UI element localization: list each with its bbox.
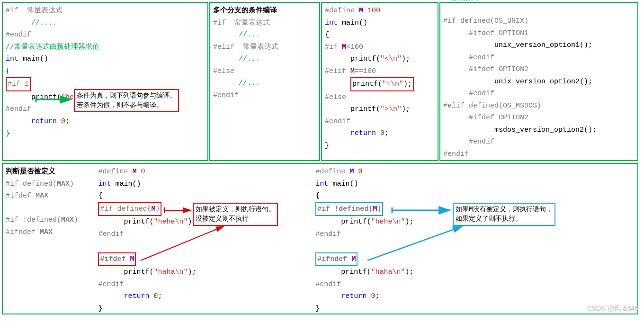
num: 0 (354, 168, 362, 176)
fn-main: main() (18, 55, 48, 63)
semi: ); (405, 218, 413, 226)
highlight-ifdef: #ifdef M (98, 252, 136, 267)
l: #ifdef OPTION2 (443, 65, 528, 73)
kw-return: return (325, 129, 376, 137)
highlight-if-1: #if 1 (6, 77, 31, 91)
macro-m: M (342, 43, 346, 51)
semi: ; (385, 129, 389, 137)
call-printf: printf( (325, 105, 380, 113)
string-lit: "hehe\n" (371, 218, 405, 226)
string-lit: "hehe\n" (153, 218, 188, 226)
brace: { (325, 31, 329, 39)
top-row: #if 常量表达式 //.... #endif //常量表达式由预处理器求值 i… (2, 2, 642, 161)
l: #ifndef MAX (6, 228, 53, 236)
brace: } (325, 142, 329, 150)
l: #ifdef OPTION2 (443, 114, 528, 122)
macro-m: M (130, 255, 134, 263)
semi: ); (402, 105, 410, 113)
t: ) (377, 205, 381, 213)
semi: ; (65, 117, 70, 126)
pp-define: #define (315, 168, 349, 176)
macro-m: M (350, 67, 355, 75)
title: 判断是否被定义 (6, 168, 55, 176)
call-printf: printf( (352, 80, 382, 88)
pp-endif: #endif (6, 105, 31, 113)
string-lit: "haha\n" (371, 268, 405, 276)
num: 0 (136, 168, 145, 176)
l: #ifdef MAX (6, 192, 48, 200)
l: #if defined(OS_UNIX) (443, 17, 528, 25)
text: #if 1 (8, 80, 29, 88)
call-printf: printf( (6, 93, 61, 101)
semi: ); (405, 268, 413, 276)
code-box-4: //嵌套指令 #if defined(OS_UNIX) #ifdef OPTIO… (439, 2, 638, 161)
call-printf: printf( (325, 55, 380, 63)
code-box-2: 多个分支的条件编译 #if 常量表达式 //... #elif 常量表达式 //… (209, 2, 320, 161)
kw-return: return (6, 117, 57, 126)
macro-m: M (351, 255, 356, 263)
l: #if defined(MAX) (6, 180, 74, 188)
title: 多个分支的条件编译 (213, 7, 277, 15)
code-block: #if 常量表达式 //.... #endif //常量表达式由预处理器求值 i… (6, 5, 205, 140)
tooltip-line: 如果定义了则不执行。 (456, 215, 522, 223)
pp-endif: #endif (315, 230, 341, 238)
call-printf: printf( (315, 268, 371, 276)
tooltip-box1: 条件为真，则下列语句参与编译。 若条件为假，则不参与编译。 (74, 89, 179, 112)
code-block: #define M 100 int main() { #if M<100 pri… (325, 5, 435, 152)
pp-define: #define (98, 168, 132, 176)
brace: } (315, 305, 320, 313)
call: msdos_version_option2(); (443, 126, 597, 134)
cond: <100 (346, 43, 363, 51)
num-0: 0 (376, 129, 385, 137)
t: #ifdef (100, 255, 130, 263)
string-lit: ">\n" (380, 105, 402, 113)
semi: ); (403, 80, 412, 88)
kw-int: int (6, 55, 18, 63)
pp-endif: #endif (213, 91, 239, 99)
pp-endif: #endif (98, 230, 124, 238)
semi: ; (375, 292, 379, 300)
code-block: 判断是否被定义 #if defined(MAX) #ifdef MAX #if … (6, 166, 93, 238)
fn-main: main() (328, 180, 358, 188)
string-lit: "<\n" (380, 55, 402, 63)
brace: { (98, 192, 102, 200)
l: #ifdef OPTION1 (443, 29, 528, 37)
kw-int: int (325, 19, 338, 27)
comment: //常量表达式由预处理器求值 (6, 43, 99, 51)
highlight-eq-branch: printf("=\n"); (350, 77, 414, 91)
l: #endif (443, 54, 494, 62)
tooltip-line: 条件为真，则下列语句参与编译。 (77, 92, 176, 99)
box4-title: //嵌套指令 (443, 0, 480, 4)
pp-if: #if 常量表达式 (6, 7, 63, 15)
num-0: 0 (57, 117, 65, 126)
call-printf: printf( (315, 218, 371, 226)
semi: ); (402, 55, 410, 63)
t: #if defined( (100, 205, 151, 213)
t: #if !defined( (317, 205, 373, 213)
call-printf: printf( (98, 268, 153, 276)
col-c: #define M 0 int main() { #if !defined(M)… (315, 166, 635, 312)
l: #elif defined(OS_MSDOS) (443, 102, 541, 110)
code-box-3: #define M 100 int main() { #if M<100 pri… (321, 2, 438, 161)
tooltip-line: 若条件为假，则不参与编译。 (77, 101, 163, 109)
col-a: 判断是否被定义 #if defined(MAX) #ifdef MAX #if … (6, 166, 98, 312)
tooltip-line: 如果M没有被定义，则执行语句， (456, 206, 552, 213)
pp-if: #if 常量表达式 (213, 19, 270, 27)
comment: //.... (6, 19, 57, 27)
num-0: 0 (367, 292, 375, 300)
pp-elif: #elif (325, 67, 350, 75)
semi: ; (158, 292, 162, 300)
tooltip-line: 没被定义则不执行 (196, 215, 249, 223)
pp-elif: #elif 常量表达式 (213, 43, 278, 51)
highlight-if-defined: #if defined(M) (98, 202, 161, 216)
t: #ifndef (317, 255, 351, 263)
l: #if !defined(MAX) (6, 216, 78, 224)
comment: //... (213, 55, 260, 63)
code-block: #if defined(OS_UNIX) #ifdef OPTION1 unix… (443, 15, 635, 160)
l: #endif (443, 138, 494, 146)
semi: ); (188, 268, 196, 276)
code-block: 多个分支的条件编译 #if 常量表达式 //... #elif 常量表达式 //… (213, 5, 316, 101)
pp-else: #else (325, 93, 346, 101)
code-block: #define M 0 int main() { #if defined(M) … (98, 166, 311, 314)
pp-else: #else (213, 67, 234, 75)
